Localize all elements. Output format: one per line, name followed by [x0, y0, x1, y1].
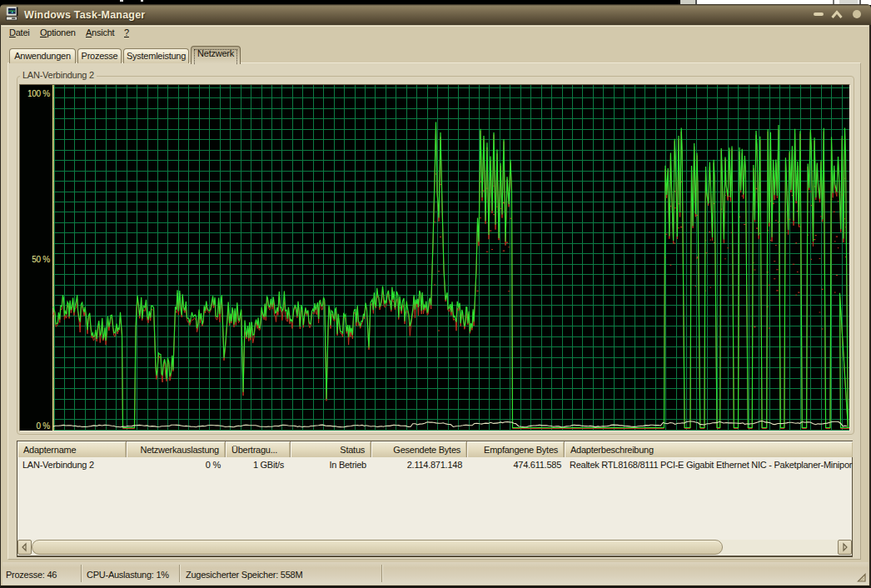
svg-text:50 %: 50 % [32, 255, 50, 264]
svg-text:0 %: 0 % [37, 421, 51, 431]
svg-text:100 %: 100 % [27, 89, 50, 98]
